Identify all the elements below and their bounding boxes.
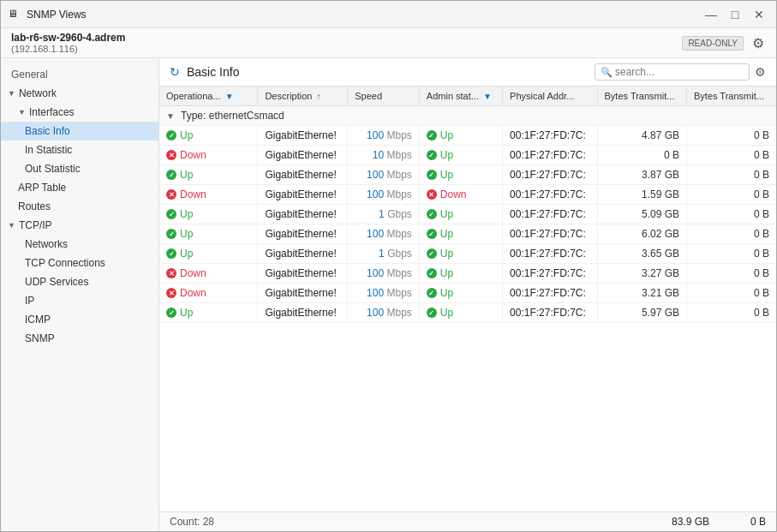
filter-admin-icon[interactable]: ▼ xyxy=(483,92,492,101)
sort-description-icon[interactable]: ↑ xyxy=(317,92,321,101)
table-row: UpGigabitEtherne!100 MbpsUp00:1F:27:FD:7… xyxy=(159,224,776,244)
minimize-button[interactable]: — xyxy=(701,6,721,23)
sidebar-network-header[interactable]: ▼ Network xyxy=(1,84,158,103)
sidebar-item-networks[interactable]: Networks xyxy=(1,235,158,254)
up-icon xyxy=(166,170,176,180)
col-admin-status[interactable]: Admin stat... ▼ xyxy=(419,87,502,106)
admin-down-icon xyxy=(427,189,437,200)
cell-physical: 00:1F:27:FD:7C: xyxy=(503,224,597,244)
cell-description: GigabitEtherne! xyxy=(258,185,348,205)
host-ip: (192.168.1.116) xyxy=(11,44,125,54)
group-chevron-icon: ▼ xyxy=(166,111,175,121)
cell-bytes-tx1: 1.59 GB xyxy=(597,185,686,205)
cell-speed: 100 Mbps xyxy=(348,264,420,284)
cell-admin-status: Up xyxy=(419,303,502,323)
speed-unit: Mbps xyxy=(386,267,411,279)
speed-value: 100 xyxy=(367,307,384,319)
sidebar-group-interfaces: ▼ Interfaces Basic Info In Statistic Out… xyxy=(1,103,158,178)
cell-bytes-tx1: 5.09 GB xyxy=(597,205,686,224)
group-label: ▼ Type: ethernetCsmacd xyxy=(159,106,776,126)
cell-bytes-tx1: 3.27 GB xyxy=(597,264,686,284)
speed-value: 100 xyxy=(367,267,384,279)
admin-up-icon xyxy=(427,288,437,298)
filter-operational-icon[interactable]: ▼ xyxy=(225,92,234,101)
cell-description: GigabitEtherne! xyxy=(258,224,348,244)
sidebar-item-arp-table[interactable]: ARP Table xyxy=(1,178,158,197)
cell-bytes-tx2: 0 B xyxy=(686,244,776,264)
cell-speed: 1 Gbps xyxy=(348,244,420,264)
col-description[interactable]: Description ↑ xyxy=(258,87,348,106)
sidebar-item-tcp-connections[interactable]: TCP Connections xyxy=(1,254,158,272)
sidebar-item-in-statistic[interactable]: In Statistic xyxy=(1,140,158,159)
cell-speed: 10 Mbps xyxy=(348,146,420,165)
sidebar-item-out-statistic[interactable]: Out Statistic xyxy=(1,159,158,178)
col-bytes-tx2[interactable]: Bytes Transmit... xyxy=(686,87,776,106)
cell-description: GigabitEtherne! xyxy=(258,205,348,224)
admin-up-icon xyxy=(427,150,437,160)
cell-physical: 00:1F:27:FD:7C: xyxy=(503,126,597,146)
table-header-row: Operationa... ▼ Description ↑ Speed xyxy=(159,87,776,106)
col-operational[interactable]: Operationa... ▼ xyxy=(159,87,258,106)
cell-bytes-tx1: 6.02 GB xyxy=(597,224,686,244)
column-settings-button[interactable]: ⚙ xyxy=(755,65,766,79)
host-name: lab-r6-sw-2960-4.adrem xyxy=(11,32,125,44)
col-physical[interactable]: Physical Addr... xyxy=(503,87,597,106)
cell-bytes-tx1: 3.87 GB xyxy=(597,165,686,185)
speed-value: 100 xyxy=(367,228,384,240)
sidebar-interfaces-header[interactable]: ▼ Interfaces xyxy=(1,103,158,122)
cell-admin-status: Up xyxy=(419,205,502,224)
sidebar-item-basic-info[interactable]: Basic Info xyxy=(1,122,158,140)
cell-op-status: Down xyxy=(159,284,258,303)
footer-count: Count: 28 xyxy=(170,516,214,528)
up-icon xyxy=(166,308,176,318)
speed-unit: Mbps xyxy=(386,169,411,181)
sidebar-item-udp-services[interactable]: UDP Services xyxy=(1,272,158,291)
sidebar-general-label: General xyxy=(1,65,158,84)
cell-bytes-tx2: 0 B xyxy=(686,284,776,303)
sidebar-tcpip-header[interactable]: ▼ TCP/IP xyxy=(1,216,158,235)
cell-description: GigabitEtherne! xyxy=(258,165,348,185)
refresh-button[interactable]: ↻ xyxy=(170,65,180,79)
cell-op-status: Up xyxy=(159,126,258,146)
cell-op-status: Up xyxy=(159,224,258,244)
admin-up-icon xyxy=(427,229,437,239)
sidebar-group-network: ▼ Network ▼ Interfaces Basic Info In Sta… xyxy=(1,84,158,216)
close-button[interactable]: ✕ xyxy=(749,6,769,23)
cell-bytes-tx2: 0 B xyxy=(686,146,776,165)
sidebar-item-routes[interactable]: Routes xyxy=(1,197,158,216)
cell-speed: 100 Mbps xyxy=(348,303,420,323)
maximize-button[interactable]: □ xyxy=(725,6,745,23)
cell-bytes-tx2: 0 B xyxy=(686,224,776,244)
cell-speed: 100 Mbps xyxy=(348,284,420,303)
cell-bytes-tx2: 0 B xyxy=(686,126,776,146)
cell-speed: 100 Mbps xyxy=(348,185,420,205)
sidebar-item-snmp[interactable]: SNMP xyxy=(1,329,158,348)
readonly-badge: READ-ONLY xyxy=(682,36,744,51)
table-container[interactable]: Operationa... ▼ Description ↑ Speed xyxy=(159,87,776,511)
interfaces-table: Operationa... ▼ Description ↑ Speed xyxy=(159,87,776,323)
cell-physical: 00:1F:27:FD:7C: xyxy=(503,146,597,165)
cell-bytes-tx1: 3.21 GB xyxy=(597,284,686,303)
table-row: UpGigabitEtherne!1 GbpsUp00:1F:27:FD:7C:… xyxy=(159,205,776,224)
cell-physical: 00:1F:27:FD:7C: xyxy=(503,284,597,303)
cell-speed: 100 Mbps xyxy=(348,165,420,185)
host-settings-button[interactable]: ⚙ xyxy=(750,33,766,53)
down-icon xyxy=(166,268,176,278)
sidebar-interfaces-label: Interfaces xyxy=(29,106,75,118)
sidebar-item-icmp[interactable]: ICMP xyxy=(1,310,158,329)
col-bytes-tx1[interactable]: Bytes Transmit... xyxy=(597,87,686,106)
admin-up-icon xyxy=(427,308,437,318)
up-icon xyxy=(166,130,176,140)
table-row: DownGigabitEtherne!100 MbpsUp00:1F:27:FD… xyxy=(159,264,776,284)
table-row: DownGigabitEtherne!100 MbpsUp00:1F:27:FD… xyxy=(159,284,776,303)
host-right: READ-ONLY ⚙ xyxy=(682,33,766,53)
admin-up-icon xyxy=(427,209,437,219)
cell-bytes-tx2: 0 B xyxy=(686,165,776,185)
search-input[interactable] xyxy=(615,66,744,78)
col-speed[interactable]: Speed xyxy=(348,87,420,106)
down-icon xyxy=(166,288,176,298)
admin-up-icon xyxy=(427,130,437,140)
sidebar-item-ip[interactable]: IP xyxy=(1,291,158,310)
cell-admin-status: Up xyxy=(419,284,502,303)
sidebar-tcpip-label: TCP/IP xyxy=(19,219,52,231)
